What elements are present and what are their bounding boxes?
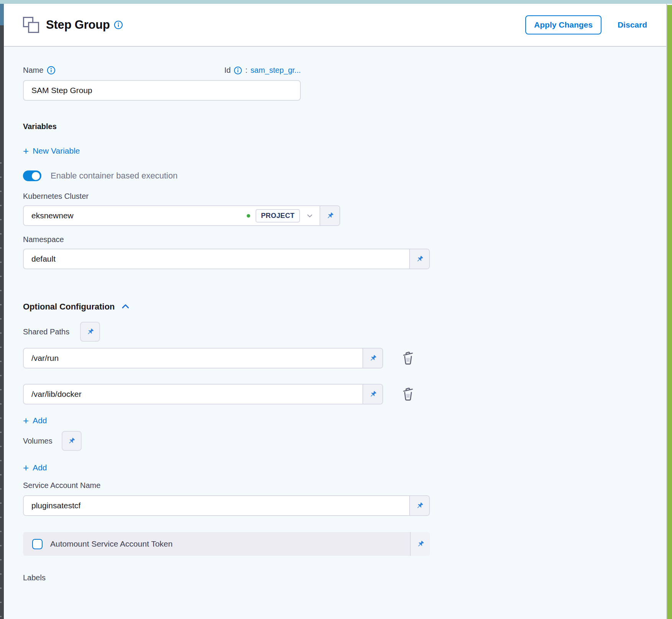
kubernetes-cluster-field: PROJECT bbox=[23, 205, 340, 226]
step-group-icon bbox=[22, 16, 40, 34]
service-account-input[interactable] bbox=[24, 496, 409, 515]
automount-checkbox[interactable] bbox=[32, 539, 43, 549]
new-variable-button[interactable]: + New Variable bbox=[23, 146, 80, 156]
plus-icon: + bbox=[23, 464, 29, 472]
namespace-pin-icon[interactable] bbox=[409, 249, 429, 269]
optional-configuration-heading: Optional Configuration bbox=[23, 301, 666, 312]
id-info-icon[interactable] bbox=[234, 66, 242, 75]
shared-path-row bbox=[23, 348, 666, 368]
name-input[interactable] bbox=[24, 81, 300, 100]
automount-row: Automount Service Account Token bbox=[23, 532, 430, 556]
top-rail bbox=[0, 0, 672, 4]
id-separator: : bbox=[245, 66, 247, 75]
shared-path-2-pin-icon[interactable] bbox=[362, 385, 382, 404]
chevron-up-icon[interactable] bbox=[120, 301, 131, 312]
add-volume-button[interactable]: + Add bbox=[23, 463, 47, 472]
name-label-group: Name bbox=[23, 66, 56, 75]
container-execution-toggle[interactable] bbox=[23, 170, 41, 181]
apply-changes-button[interactable]: Apply Changes bbox=[525, 15, 602, 34]
shared-path-field bbox=[23, 348, 383, 368]
add-shared-path-button[interactable]: + Add bbox=[23, 416, 47, 425]
gutter-tick-marks bbox=[0, 149, 2, 619]
entity-id-group: Id : sam_step_gr... bbox=[225, 66, 301, 75]
panel-header: Step Group Apply Changes Discard bbox=[4, 4, 666, 47]
right-rail bbox=[667, 5, 672, 619]
scope-status-dot bbox=[247, 214, 250, 218]
plus-icon: + bbox=[23, 147, 29, 155]
name-field-wrap bbox=[23, 80, 301, 101]
namespace-field bbox=[23, 249, 430, 269]
service-account-pin-icon[interactable] bbox=[409, 496, 429, 515]
shared-path-input-1[interactable] bbox=[24, 349, 362, 368]
service-account-field bbox=[23, 495, 430, 516]
automount-left: Automount Service Account Token bbox=[23, 532, 410, 556]
step-group-panel: Step Group Apply Changes Discard Name Id bbox=[4, 4, 667, 619]
gutter-blue-block bbox=[0, 4, 4, 25]
delete-shared-path-2-trash-icon[interactable] bbox=[400, 386, 416, 403]
shared-path-field bbox=[23, 384, 383, 404]
automount-pin-icon[interactable] bbox=[410, 532, 430, 556]
title-info-icon[interactable] bbox=[114, 20, 123, 29]
shared-paths-pin-icon[interactable] bbox=[80, 322, 100, 342]
service-account-label: Service Account Name bbox=[23, 481, 666, 490]
kubernetes-cluster-label: Kubernetes Cluster bbox=[23, 192, 666, 201]
automount-label[interactable]: Automount Service Account Token bbox=[50, 539, 172, 549]
shared-paths-row: Shared Paths bbox=[23, 322, 666, 342]
name-id-row: Name Id : sam_step_gr... bbox=[23, 66, 301, 75]
page-title: Step Group bbox=[46, 18, 110, 32]
shared-path-row bbox=[23, 384, 666, 404]
shared-paths-label: Shared Paths bbox=[23, 328, 69, 336]
kubernetes-cluster-input[interactable] bbox=[24, 206, 247, 225]
labels-label: Labels bbox=[23, 573, 666, 582]
step-group-drawer: Step Group Apply Changes Discard Name Id bbox=[0, 0, 672, 619]
editor-gutter-rail bbox=[0, 4, 4, 619]
namespace-label: Namespace bbox=[23, 235, 666, 244]
id-value[interactable]: sam_step_gr... bbox=[251, 66, 301, 75]
volumes-label: Volumes bbox=[23, 437, 52, 445]
variables-heading: Variables bbox=[23, 122, 666, 131]
kubernetes-cluster-pin-icon[interactable] bbox=[320, 206, 339, 225]
volumes-row: Volumes bbox=[23, 431, 666, 451]
cluster-scope-group: PROJECT bbox=[247, 206, 320, 225]
chevron-down-icon[interactable] bbox=[305, 211, 314, 220]
toggle-knob bbox=[32, 172, 40, 180]
shared-path-input-2[interactable] bbox=[24, 385, 362, 404]
panel-body: Name Id : sam_step_gr... bbox=[4, 47, 666, 619]
id-label: Id bbox=[225, 66, 231, 75]
shared-path-1-pin-icon[interactable] bbox=[362, 349, 382, 368]
container-execution-row: Enable container based execution bbox=[23, 170, 666, 181]
name-info-icon[interactable] bbox=[47, 66, 56, 75]
delete-shared-path-1-trash-icon[interactable] bbox=[400, 350, 416, 367]
scope-badge: PROJECT bbox=[256, 209, 300, 223]
namespace-input[interactable] bbox=[24, 249, 409, 269]
discard-button[interactable]: Discard bbox=[618, 20, 647, 29]
container-execution-label: Enable container based execution bbox=[51, 171, 177, 181]
volumes-pin-icon[interactable] bbox=[62, 431, 82, 451]
plus-icon: + bbox=[23, 417, 29, 424]
name-label: Name bbox=[23, 66, 43, 75]
